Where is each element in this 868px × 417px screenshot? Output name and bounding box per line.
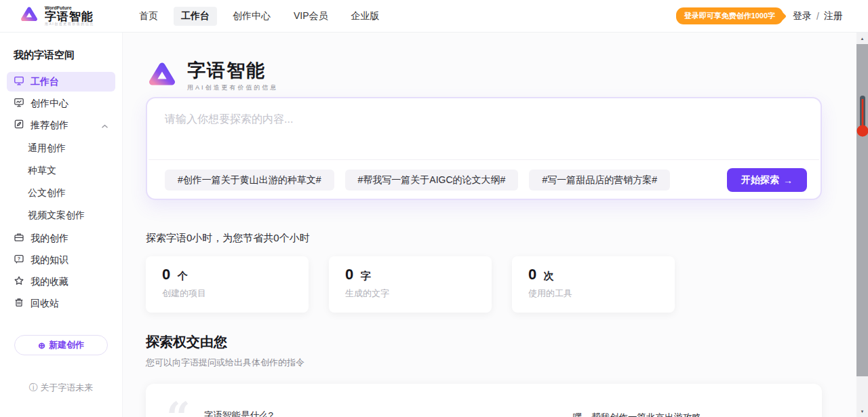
nav-workbench[interactable]: 工作台 xyxy=(174,7,217,26)
sub-item-label: 种草文 xyxy=(28,165,56,177)
down-arrow-icon: ▼ xyxy=(861,410,865,414)
stat-label: 创建的项目 xyxy=(162,287,292,300)
page: WordFuture 字语智能 用AI创造更有价值的信息 首页 工作台 创作中心… xyxy=(0,0,868,417)
stats-summary: 探索字语0小时，为您节省共0个小时 xyxy=(146,232,822,245)
monitor-icon xyxy=(14,75,24,88)
example-question: 字语智能是什么? xyxy=(204,410,273,417)
search-card: #创作一篇关于黄山出游的种草文# #帮我写一篇关于AIGC的论文大纲# #写一篇… xyxy=(146,97,822,200)
stat-cards-row: 0 个 创建的项目 0 字 生成的文字 0 次 xyxy=(146,256,822,313)
hero-tagline: 用AI创造更有价值的信息 xyxy=(187,83,279,92)
nav-home[interactable]: 首页 xyxy=(132,7,165,26)
auth-separator: / xyxy=(816,11,819,22)
sidebar-item-my-favorites[interactable]: 我的收藏 xyxy=(7,272,115,292)
brand-logo[interactable]: WordFuture 字语智能 用AI创造更有价值的信息 xyxy=(0,5,121,28)
suggestion-chip[interactable]: #帮我写一篇关于AIGC的论文大纲# xyxy=(345,170,519,191)
sidebar-item-label: 工作台 xyxy=(31,76,59,88)
sidebar-item-label: 我的知识 xyxy=(31,254,68,266)
suggestion-chip[interactable]: #写一篇甜品店的营销方案# xyxy=(529,170,670,191)
auth-links: 登录 / 注册 xyxy=(793,10,843,22)
brand-triangle-icon xyxy=(19,5,39,28)
search-input[interactable] xyxy=(147,98,821,159)
example-prompts-card: “ 字语智能是什么? 嘿，帮我创作一篇北京出游攻略 xyxy=(146,384,822,417)
header-right: 登录即可享免费创作1000字 登录 / 注册 xyxy=(676,7,868,24)
login-link[interactable]: 登录 xyxy=(793,10,812,22)
sidebar-item-label: 我的创作 xyxy=(31,233,68,245)
suggestion-chip[interactable]: #创作一篇关于黄山出游的种草文# xyxy=(165,170,334,191)
plus-circle-icon: ⊕ xyxy=(38,340,45,351)
sidebar-item-label: 回收站 xyxy=(31,298,59,310)
scrollbar-thumb[interactable] xyxy=(856,44,868,376)
edit-square-icon xyxy=(14,119,24,132)
hero-triangle-icon xyxy=(146,59,178,94)
stat-card-words: 0 字 生成的文字 xyxy=(329,256,492,313)
sub-item-label: 视频文案创作 xyxy=(28,210,85,222)
sidebar-subitem-general-creation[interactable]: 通用创作 xyxy=(0,137,122,159)
stat-card-tools: 0 次 使用的工具 xyxy=(512,256,675,313)
stat-unit: 个 xyxy=(178,270,188,281)
start-explore-button[interactable]: 开始探索 → xyxy=(727,168,807,192)
stat-value: 0 xyxy=(528,266,536,283)
start-explore-label: 开始探索 xyxy=(741,174,779,186)
thermometer-icon xyxy=(856,96,868,140)
stat-unit: 字 xyxy=(361,270,371,281)
sidebar-item-label: 创作中心 xyxy=(31,98,68,110)
sidebar-item-label: 我的收藏 xyxy=(31,276,68,288)
stat-value: 0 xyxy=(162,266,170,283)
stat-card-projects: 0 个 创建的项目 xyxy=(146,256,309,313)
sidebar: 我的字语空间 工作台 创作中心 推荐创作 xyxy=(0,33,123,417)
chat-question-icon: ? xyxy=(14,254,24,266)
up-arrow-icon: ▲ xyxy=(861,37,865,41)
hero-brand: 字语智能 用AI创造更有价值的信息 xyxy=(146,57,822,96)
about-label: 关于字语未来 xyxy=(40,382,93,393)
main-nav: 首页 工作台 创作中心 VIP会员 企业版 xyxy=(132,7,387,26)
section-subtitle: 您可以向字语提问或给出具体创作的指令 xyxy=(146,357,822,369)
section-title: 探索权交由您 xyxy=(146,333,822,351)
svg-text:?: ? xyxy=(18,256,20,261)
sidebar-item-label: 推荐创作 xyxy=(31,119,68,132)
scroll-down-button[interactable]: ▼ xyxy=(856,406,868,416)
sub-item-label: 公文创作 xyxy=(28,187,66,199)
stat-unit: 次 xyxy=(544,270,554,281)
brand-name: 字语智能 xyxy=(45,11,94,23)
briefcase-icon xyxy=(14,232,24,245)
scroll-up-button[interactable]: ▲ xyxy=(856,33,868,43)
new-creation-label: 新建创作 xyxy=(49,339,84,351)
login-promo-badge[interactable]: 登录即可享免费创作1000字 xyxy=(676,7,783,24)
sidebar-item-my-knowledge[interactable]: ? 我的知识 xyxy=(7,250,115,270)
hero-brand-name: 字语智能 xyxy=(187,61,279,81)
sidebar-item-workbench[interactable]: 工作台 xyxy=(7,72,115,92)
sidebar-title: 我的字语空间 xyxy=(0,33,122,70)
chevron-up-icon[interactable] xyxy=(101,120,108,131)
nav-enterprise[interactable]: 企业版 xyxy=(344,7,387,26)
monitor-chart-icon xyxy=(14,97,24,110)
sidebar-subitem-seeding-article[interactable]: 种草文 xyxy=(0,159,122,182)
nav-vip[interactable]: VIP会员 xyxy=(286,7,336,26)
sub-item-label: 通用创作 xyxy=(28,142,66,155)
sidebar-item-recycle-bin[interactable]: 回收站 xyxy=(7,294,115,313)
brand-tagline: 用AI创造更有价值的信息 xyxy=(45,22,94,26)
vertical-scrollbar: ▲ ▼ xyxy=(856,33,868,417)
stat-label: 使用的工具 xyxy=(528,287,658,300)
info-icon: ⓘ xyxy=(29,382,38,393)
sidebar-item-recommended-creation[interactable]: 推荐创作 xyxy=(7,115,115,135)
sidebar-subitem-video-script[interactable]: 视频文案创作 xyxy=(0,204,122,226)
sidebar-item-my-creations[interactable]: 我的创作 xyxy=(7,229,115,248)
main-area: 字语智能 用AI创造更有价值的信息 #创作一篇关于黄山出游的种草文# #帮我写一… xyxy=(123,33,868,417)
about-link[interactable]: ⓘ 关于字语未来 xyxy=(0,382,122,394)
sidebar-subitem-official-doc[interactable]: 公文创作 xyxy=(0,182,122,204)
nav-creation-center[interactable]: 创作中心 xyxy=(225,7,278,26)
stat-value: 0 xyxy=(345,266,353,283)
star-icon xyxy=(14,275,24,288)
arrow-right-icon: → xyxy=(783,175,793,186)
brand-text: WordFuture 字语智能 用AI创造更有价值的信息 xyxy=(45,5,94,26)
sidebar-item-creation-center[interactable]: 创作中心 xyxy=(7,94,115,113)
top-header: WordFuture 字语智能 用AI创造更有价值的信息 首页 工作台 创作中心… xyxy=(0,0,868,33)
register-link[interactable]: 注册 xyxy=(824,10,843,22)
suggestion-chips-row: #创作一篇关于黄山出游的种草文# #帮我写一篇关于AIGC的论文大纲# #写一篇… xyxy=(147,160,821,192)
new-creation-button[interactable]: ⊕ 新建创作 xyxy=(14,335,108,355)
trash-icon xyxy=(14,297,24,310)
example-answer: 嘿，帮我创作一篇北京出游攻略 xyxy=(573,412,701,417)
stat-label: 生成的文字 xyxy=(345,287,475,300)
